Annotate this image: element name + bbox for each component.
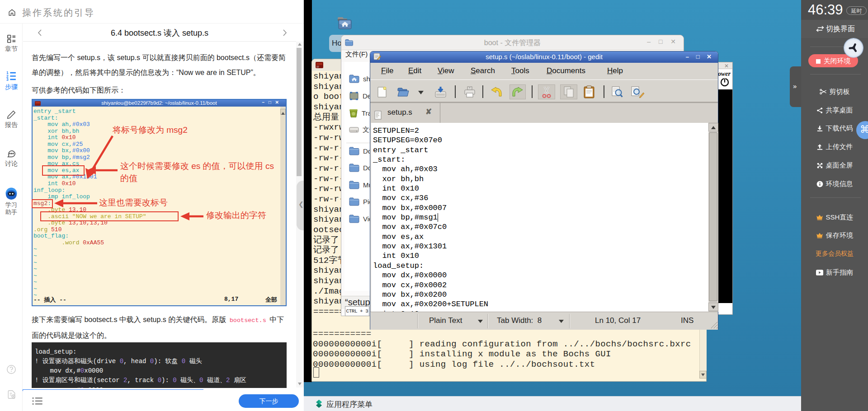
svg-text:3: 3 xyxy=(6,77,9,82)
